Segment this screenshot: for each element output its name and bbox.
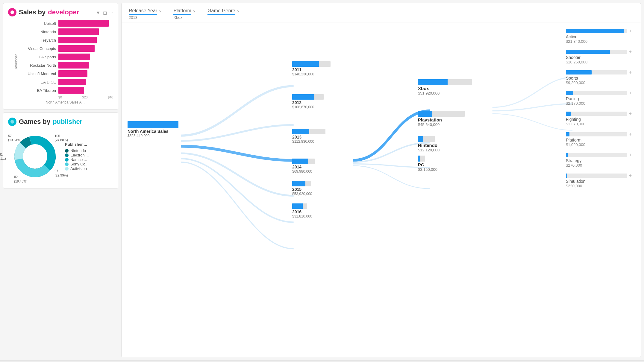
bar-container [58,20,113,27]
bar-container [58,45,113,52]
release-year-close[interactable]: × [159,9,161,14]
platform-label: Platform [173,8,191,15]
developer-title-text: Sales by [19,8,46,16]
year-label: 2015 [292,187,352,192]
bar-fill [58,37,97,43]
year-node[interactable]: 2015 $53,920,000 [292,181,352,196]
year-bar-bg [292,181,311,186]
genre-item: + Fighting $1,370,000 [566,111,632,126]
year-bar-fill [292,203,303,209]
platform-node[interactable]: Playstation $45,640,000 [418,111,493,127]
genre-name: Shooter [566,55,632,60]
genre-value: $21,340,000 [566,39,632,44]
genre-bar-row: + [566,90,632,96]
genre-value: $220,000 [566,184,632,188]
publisher-title-text: Games by [19,118,50,126]
legend-title: Publisher ... [65,142,89,147]
publisher-icon [8,118,16,126]
legend-item: Nintendo [65,148,89,153]
platform-node[interactable]: Xbox $51,920,000 [418,79,493,95]
bar-row: EA DICE [17,79,113,85]
bar-container [58,28,113,35]
bar-fill [58,20,109,27]
genre-expand-icon[interactable]: + [629,70,632,75]
more-icon[interactable]: ··· [109,10,113,16]
genre-expand-icon[interactable]: + [629,173,632,178]
legend-dot [65,149,69,153]
genre-item: + Sports $9,200,000 [566,70,632,85]
developer-bar-chart: Developer Ubisoft Nintendo Treyarch Visu… [8,20,113,104]
platform-bar-bg [418,156,425,162]
genre-bar-bg [566,29,627,33]
year-value: $148,230,000 [292,72,352,76]
platform-node[interactable]: PC $3,150,000 [418,156,493,172]
game-genre-close[interactable]: × [237,9,240,14]
x-label-20: $20 [82,95,87,99]
filters-bar: Release Year × 2013 Platform × Xbox Game… [122,3,641,22]
release-year-label: Release Year [129,8,157,15]
legend-items: Nintendo Electroni... Namco ... Sony Co.… [65,148,89,171]
bottom-bar [0,360,644,362]
year-label: 2012 [292,100,352,105]
game-genre-label: Game Genre [207,8,235,15]
genre-expand-icon[interactable]: + [629,49,632,54]
na-node: North America Sales $525,440,000 [128,121,184,138]
bar-rows: Ubisoft Nintendo Treyarch Visual Concept… [17,20,113,94]
platform-close[interactable]: × [193,9,196,14]
x-label-0: $0 [58,95,62,99]
bar-container [58,62,113,69]
genre-bar-row: + [566,49,632,54]
genre-bar-bg [566,132,627,136]
expand-icon[interactable]: ⊡ [103,10,107,16]
genre-expand-icon[interactable]: + [629,111,632,116]
genre-expand-icon[interactable]: + [629,28,632,34]
platform-bar-fill [418,156,420,162]
platform-bar-fill [418,136,423,142]
bar-container [58,79,113,85]
platform-value: $45,640,000 [418,122,493,127]
genre-item: + Strategy $270,000 [566,152,632,168]
genre-bar-fill [566,29,624,33]
bar-container [58,70,113,77]
legend-dot [65,162,69,166]
year-node[interactable]: 2013 $112,830,000 [292,129,352,144]
year-value: $69,980,000 [292,169,352,174]
year-node[interactable]: 2011 $148,230,000 [292,61,352,76]
bar-fill [58,79,86,85]
genre-name: Racing [566,96,632,101]
genre-name: Simulation [566,179,632,184]
sankey-area: North America Sales $525,440,000 2011 $1… [122,22,641,341]
developer-title-highlight: developer [48,8,79,16]
year-label: 2016 [292,209,352,214]
bar-fill [58,87,84,94]
filter-icon[interactable]: ▼ [96,10,101,16]
platform-node[interactable]: Nintendo $12,120,000 [418,136,493,152]
platform-value: $51,920,000 [418,91,493,95]
legend-label: Sony Co... [70,162,89,166]
legend-label: Activision [70,166,87,171]
genre-name: Fighting [566,117,632,122]
bar-row: Ubisoft [17,20,113,27]
legend-item: Activision [65,166,89,171]
genre-item: + Racing $2,170,000 [566,90,632,106]
y-axis-label: Developer [14,54,18,71]
bar-container [58,37,113,43]
legend-item: Namco ... [65,157,89,162]
bar-label: Nintendo [17,30,56,34]
genre-expand-icon[interactable]: + [629,90,632,96]
svg-point-0 [10,10,14,14]
year-node[interactable]: 2016 $31,810,000 [292,203,352,218]
genre-bar-row: + [566,152,632,158]
bar-row: Nintendo [17,28,113,35]
year-node[interactable]: 2014 $69,980,000 [292,159,352,174]
platform-value: $12,120,000 [418,148,493,152]
genre-expand-icon[interactable]: + [629,152,632,158]
genre-bar-bg [566,174,627,178]
year-node[interactable]: 2012 $108,670,000 [292,94,352,109]
x-label-40: $40 [108,95,113,99]
genre-expand-icon[interactable]: + [629,132,632,137]
genre-items: + Action $21,340,000 + Shooter $16,260,0… [566,28,632,188]
genre-bar-bg [566,91,627,95]
genre-bar-fill [566,132,569,136]
legend-dot [65,158,69,162]
